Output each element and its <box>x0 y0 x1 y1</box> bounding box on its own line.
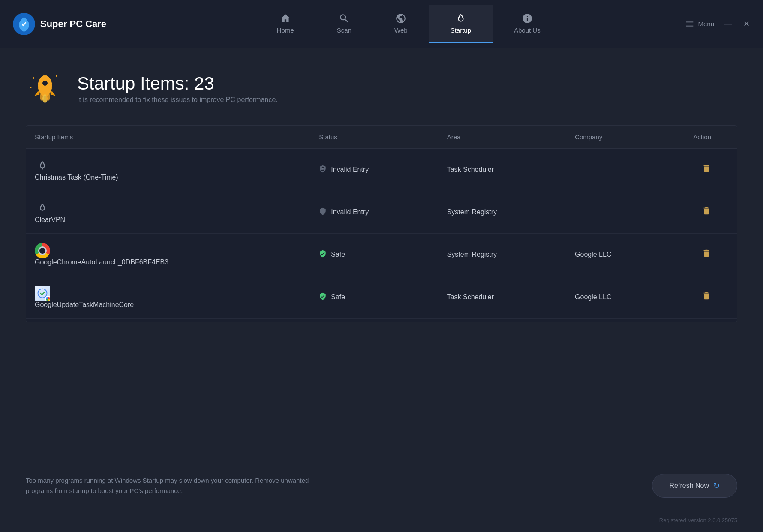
row-4-status-text: Safe <box>331 293 345 301</box>
delete-button-1[interactable] <box>688 164 728 176</box>
tab-home-label: Home <box>277 27 294 34</box>
item-icon-chrome <box>35 243 50 258</box>
row-3-name: GoogleChromeAutoLaunch_0DBF6BF4EB3... <box>35 258 174 266</box>
startup-nav-icon <box>455 13 466 24</box>
col-header-status: Status <box>310 126 438 149</box>
app-name-label: Super PC Care <box>40 18 106 30</box>
col-header-startup-items: Startup Items <box>26 126 310 149</box>
trash-icon-4 <box>702 291 711 303</box>
menu-button[interactable]: Menu <box>685 19 714 29</box>
row-1-name: Christmas Task (One-Time) <box>35 174 118 181</box>
table-row: ClearVPN Invalid Entry System Regis <box>26 191 737 234</box>
startup-table: Startup Items Status Area Company Action <box>26 126 737 322</box>
close-button[interactable]: ✕ <box>742 20 750 28</box>
version-text: Registered Version 2.0.0.25075 <box>659 517 737 523</box>
row-1-company <box>566 149 680 191</box>
row-2-name: ClearVPN <box>35 216 65 223</box>
row-2-status-text: Invalid Entry <box>331 208 369 216</box>
item-icon-rocket <box>35 158 50 174</box>
row-4-name: GoogleUpdateTaskMachineCore <box>35 301 134 308</box>
row-name-cell: GoogleUpdateTaskMachineCore <box>35 286 302 309</box>
startup-table-container: Startup Items Status Area Company Action <box>26 125 737 322</box>
app-logo-icon <box>13 13 35 35</box>
row-2-area: System Registry <box>439 191 566 234</box>
col-header-company: Company <box>566 126 680 149</box>
safe-shield-icon-4 <box>319 292 327 302</box>
invalid-shield-icon-1: ! <box>319 165 327 175</box>
tab-scan[interactable]: Scan <box>315 5 373 43</box>
row-2-company <box>566 191 680 234</box>
page-title-area: Startup Items: 23 It is recommended to f… <box>77 74 278 104</box>
row-3-company: Google LLC <box>566 234 680 276</box>
title-bar: Super PC Care Home Scan Web <box>0 0 763 48</box>
row-name-cell: ClearVPN <box>35 201 302 224</box>
footer-section: Too many programs running at Windows Sta… <box>26 474 737 498</box>
svg-point-5 <box>46 93 50 101</box>
trash-icon-3 <box>702 249 711 261</box>
tab-about-label: About Us <box>514 27 541 34</box>
row-5-area: Path <box>439 319 566 323</box>
refresh-button-label: Refresh Now <box>670 482 709 490</box>
invalid-shield-icon-2 <box>319 207 327 217</box>
window-controls: Menu — ✕ <box>685 19 750 29</box>
menu-icon <box>685 19 694 29</box>
page-title: Startup Items: 23 <box>77 74 278 93</box>
menu-label: Menu <box>698 20 714 27</box>
table-row: hp HP JumpStart Launch.lnk Safe <box>26 319 737 323</box>
app-logo: Super PC Care <box>13 13 106 35</box>
row-name-cell: GoogleChromeAutoLaunch_0DBF6BF4EB3... <box>35 243 302 266</box>
delete-button-4[interactable] <box>688 291 728 303</box>
main-content: Startup Items: 23 It is recommended to f… <box>0 48 763 335</box>
row-4-company: Google LLC <box>566 276 680 319</box>
tab-web-label: Web <box>394 27 408 34</box>
refresh-icon: ↻ <box>713 481 720 490</box>
svg-point-8 <box>30 87 32 88</box>
svg-text:!: ! <box>322 167 323 171</box>
tab-home[interactable]: Home <box>255 5 315 43</box>
table-scroll-area[interactable]: Startup Items Status Area Company Action <box>26 126 737 322</box>
table-row: Christmas Task (One-Time) ! Invalid Entr… <box>26 149 737 191</box>
row-5-company <box>566 319 680 323</box>
row-4-status: Safe <box>319 292 430 302</box>
row-4-area: Task Scheduler <box>439 276 566 319</box>
row-3-status-text: Safe <box>331 251 345 258</box>
item-icon-rocket-2 <box>35 201 50 216</box>
svg-point-7 <box>56 75 57 77</box>
col-header-area: Area <box>439 126 566 149</box>
delete-button-3[interactable] <box>688 249 728 261</box>
page-subtitle: It is recommended to fix these issues to… <box>77 96 278 104</box>
item-icon-gupdate <box>35 286 50 301</box>
home-icon <box>280 13 291 24</box>
tab-about[interactable]: About Us <box>493 5 562 43</box>
refresh-now-button[interactable]: Refresh Now ↻ <box>652 474 737 498</box>
row-3-area: System Registry <box>439 234 566 276</box>
about-icon <box>522 13 533 24</box>
col-header-action: Action <box>680 126 737 149</box>
page-header: Startup Items: 23 It is recommended to f… <box>26 69 737 108</box>
nav-tabs: Home Scan Web Startup Ab <box>132 5 685 43</box>
scan-icon <box>339 13 350 24</box>
web-icon <box>395 13 406 24</box>
row-name-cell: Christmas Task (One-Time) <box>35 158 302 181</box>
page-rocket-icon <box>26 69 64 108</box>
table-row: GoogleUpdateTaskMachineCore Safe Ta <box>26 276 737 319</box>
footer-text: Too many programs running at Windows Sta… <box>26 475 326 496</box>
tab-startup-label: Startup <box>451 27 471 34</box>
trash-icon-2 <box>702 206 711 218</box>
row-1-status-text: Invalid Entry <box>331 166 369 174</box>
row-3-status: Safe <box>319 250 430 260</box>
row-1-area: Task Scheduler <box>439 149 566 191</box>
row-2-status: Invalid Entry <box>319 207 430 217</box>
svg-point-2 <box>42 80 48 86</box>
svg-point-6 <box>33 77 34 79</box>
minimize-button[interactable]: — <box>724 20 732 28</box>
tab-web[interactable]: Web <box>373 5 429 43</box>
safe-shield-icon-3 <box>319 250 327 260</box>
trash-icon-1 <box>702 164 711 176</box>
row-1-status: ! Invalid Entry <box>319 165 430 175</box>
delete-button-2[interactable] <box>688 206 728 218</box>
tab-startup[interactable]: Startup <box>429 5 493 43</box>
table-row: GoogleChromeAutoLaunch_0DBF6BF4EB3... Sa… <box>26 234 737 276</box>
tab-scan-label: Scan <box>337 27 351 34</box>
